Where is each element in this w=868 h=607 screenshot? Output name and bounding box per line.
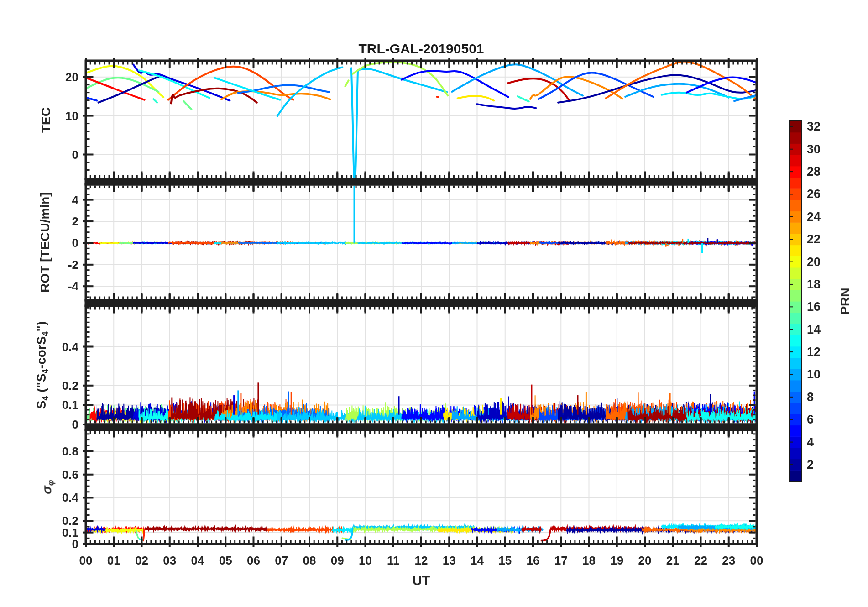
y-tick-label: 0.8 [62,445,78,457]
x-tick-label: 17 [554,555,568,566]
y-tick-label: 0 [72,237,78,249]
x-tick-label: 12 [415,555,428,566]
y-tick-label: -2 [68,259,78,271]
x-tick-label: 21 [666,555,680,566]
colorbar-tick-label: 12 [807,346,821,358]
y-axis-label-ROT: ROT [TECU/min] [39,192,52,292]
colorbar-tick-label: 26 [807,188,821,200]
colorbar-tick-label: 2 [807,458,814,471]
y-tick-label: 0.2 [62,380,78,392]
x-tick-label: 08 [303,555,316,566]
x-tick-label: 00 [750,555,763,566]
x-tick-label: 22 [694,555,707,566]
x-tick-label: 14 [471,555,484,566]
colorbar-tick-label: 6 [807,413,814,426]
x-tick-label: 02 [135,555,148,566]
x-tick-label: 10 [359,555,372,566]
y-tick-label: 0.2 [62,515,78,527]
x-tick-label: 07 [275,555,288,566]
y-tick-label: 0.6 [62,469,78,481]
colorbar-tick-label: 16 [807,301,821,313]
x-tick-label: 01 [107,555,120,566]
x-tick-label: 03 [163,555,176,566]
colorbar-tick-label: 32 [807,120,821,133]
x-tick-label: 20 [638,555,652,566]
y-tick-label: 0.4 [62,492,78,503]
x-tick-label: 09 [331,555,344,566]
y-tick-label: 10 [65,110,78,122]
y-tick-label: 2 [72,215,78,227]
colorbar-tick-label: 24 [807,210,821,223]
y-tick-label: -4 [68,280,78,292]
colorbar-tick-label: 14 [807,323,821,335]
x-tick-label: 18 [582,555,596,566]
colorbar-tick-label: 28 [807,166,821,178]
x-tick-label: 16 [527,555,540,566]
y-tick-label: 0.1 [62,399,78,411]
colorbar-tick-label: 10 [807,368,821,381]
y-tick-label: 0.4 [62,341,78,353]
x-tick-label: 19 [610,555,623,566]
y-axis-label-S4: S4 ("S4-corS4") [35,321,49,409]
colorbar-tick-label: 8 [807,391,814,403]
y-tick-label: 20 [65,71,78,83]
colorbar-tick-label: 4 [807,436,814,448]
x-tick-label: 11 [387,555,400,566]
colorbar-tick-label: 18 [807,278,821,290]
x-tick-label: 23 [722,555,735,566]
y-tick-label: 4 [72,194,78,206]
chart-title: TRL-GAL-20190501 [358,42,484,56]
colorbar-tick-label: 30 [807,143,821,155]
colorbar-tick-label: 20 [807,256,821,268]
y-tick-label: 0.1 [62,527,78,539]
x-tick-label: 05 [219,555,232,566]
x-tick-label: 15 [498,555,512,566]
colorbar-tick-label: 22 [807,233,821,246]
y-tick-label: 0 [72,538,78,550]
x-tick-label: 06 [247,555,260,566]
y-axis-label-sigma_phi: σφ [41,480,55,494]
x-tick-label: 13 [443,555,456,566]
matlab-figure: TRL-GAL-20190501 UT PRN 0001020304050607… [0,0,868,607]
x-axis-label: UT [413,574,430,587]
x-tick-label: 00 [79,555,93,566]
y-axis-label-TEC: TEC [40,107,52,133]
y-tick-label: 0 [72,149,78,161]
y-tick-label: 0 [72,419,78,430]
x-tick-label: 04 [191,555,204,566]
colorbar-label: PRN [839,288,852,314]
plot-canvas [0,0,868,607]
